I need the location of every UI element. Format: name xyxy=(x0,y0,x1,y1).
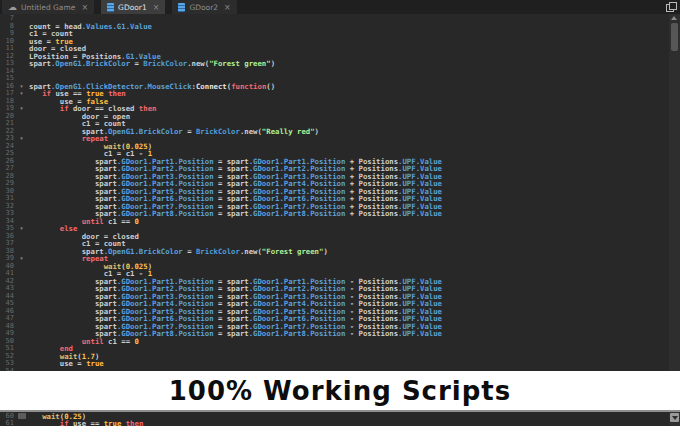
close-icon[interactable]: × xyxy=(153,3,160,12)
code-token: .Values.G1.Value xyxy=(82,22,152,31)
tab-gdoor2[interactable]: GDoor2× xyxy=(172,0,236,14)
code-line[interactable]: 10use = true xyxy=(0,38,669,46)
code-line[interactable]: 9c1 = count xyxy=(0,30,669,38)
code-token: ) xyxy=(271,59,275,68)
gutter-cell xyxy=(14,420,29,426)
tab-gdoor1[interactable]: GDoor1× xyxy=(101,0,165,14)
gutter-cell xyxy=(14,330,29,338)
code-token: .new( xyxy=(240,127,262,136)
code-token: ) xyxy=(315,127,319,136)
fold-chevron-icon[interactable]: ▾ xyxy=(14,255,29,263)
tab-label: GDoor2 xyxy=(189,3,218,12)
code-token: 0 xyxy=(134,337,138,346)
gutter-cell xyxy=(14,45,29,53)
fold-chevron-icon[interactable]: ▾ xyxy=(14,225,29,233)
line-number: 61 xyxy=(0,420,14,426)
gutter-cell xyxy=(14,323,29,331)
gutter-cell xyxy=(14,150,29,158)
gutter-cell xyxy=(14,158,29,166)
code-token: BrickColor xyxy=(143,59,187,68)
gutter-cell xyxy=(14,345,29,353)
gutter-cell xyxy=(14,143,29,151)
code-line[interactable]: 50 until c1 == 0 xyxy=(0,338,669,346)
code-text: if use == true then xyxy=(29,420,143,426)
script-icon xyxy=(178,3,185,12)
code-token: .OpenG1.BrickColor xyxy=(104,247,183,256)
gutter-cell xyxy=(14,15,29,23)
gutter-cell xyxy=(14,413,29,421)
banner-text: 100% Working Scripts xyxy=(169,376,512,406)
code-token: BrickColor xyxy=(196,247,240,256)
tab-overview-icon[interactable] xyxy=(666,4,674,12)
tab-label: Untitled Game xyxy=(21,3,75,12)
code-token: = spart xyxy=(214,209,249,218)
gutter-cell xyxy=(14,195,29,203)
code-token: .new( xyxy=(240,247,262,256)
code-token: () xyxy=(266,82,275,91)
code-token: .UPF.Value xyxy=(398,209,442,218)
code-token: "Really red" xyxy=(262,127,315,136)
tab-untitled-game[interactable]: ☁Untitled Game× xyxy=(2,0,94,14)
code-editor[interactable]: 78count = head.Values.G1.Value9c1 = coun… xyxy=(0,14,669,426)
gutter-cell xyxy=(14,285,29,293)
code-line[interactable]: 34 until c1 == 0 xyxy=(0,218,669,226)
gutter-cell xyxy=(14,278,29,286)
code-token: = xyxy=(183,247,196,256)
code-token: true xyxy=(86,359,104,368)
code-token: use = xyxy=(29,359,86,368)
code-token: = xyxy=(183,127,196,136)
gutter-cell xyxy=(14,75,29,83)
code-token: if xyxy=(60,419,69,426)
gutter-cell xyxy=(14,38,29,46)
gutter-cell xyxy=(14,98,29,106)
code-token: spart xyxy=(29,59,51,68)
banner-overlay: 100% Working Scripts xyxy=(0,371,680,412)
code-token: "Forest green" xyxy=(262,247,324,256)
code-line[interactable]: 51 end xyxy=(0,345,669,353)
gutter-cell xyxy=(14,233,29,241)
gutter-cell xyxy=(14,23,29,31)
code-token: until xyxy=(82,337,104,346)
code-token: = xyxy=(130,59,143,68)
code-line[interactable]: 8count = head.Values.G1.Value xyxy=(0,23,669,31)
code-token: BrickColor xyxy=(196,127,240,136)
code-line[interactable]: 13spart.OpenG1.BrickColor = BrickColor.n… xyxy=(0,60,669,68)
code-token: then xyxy=(126,419,144,426)
scroll-up-icon[interactable] xyxy=(671,16,677,20)
fold-chevron-icon[interactable]: ▾ xyxy=(14,83,29,91)
vertical-scrollbar[interactable] xyxy=(669,14,680,426)
code-token: "Forest green" xyxy=(209,59,271,68)
fold-chevron-icon[interactable]: ▾ xyxy=(14,105,29,113)
gutter-cell xyxy=(14,263,29,271)
code-token: .UPF.Value xyxy=(398,329,442,338)
gutter-cell xyxy=(14,300,29,308)
code-token: - Positions xyxy=(345,329,398,338)
code-line[interactable]: 14 xyxy=(0,68,669,76)
scroll-down-icon[interactable] xyxy=(670,413,679,422)
code-token: = spart xyxy=(214,329,249,338)
code-token: Connect xyxy=(196,82,227,91)
fold-chevron-icon[interactable]: ▾ xyxy=(14,90,29,98)
gutter-cell xyxy=(14,128,29,136)
scrollbar-thumb[interactable] xyxy=(671,23,678,51)
code-token: .GDoor1.Part8.Position xyxy=(249,209,346,218)
script-editor-window: ☁Untitled Game×GDoor1×GDoor2× 78count = … xyxy=(0,0,680,426)
code-line[interactable]: 61 if use == true then xyxy=(0,420,669,426)
gutter-cell xyxy=(14,120,29,128)
fold-chevron-icon[interactable]: ▾ xyxy=(14,135,29,143)
code-token xyxy=(29,419,60,426)
code-token: then xyxy=(139,104,157,113)
code-text: spart.OpenG1.BrickColor = BrickColor.new… xyxy=(29,60,275,68)
tab-bar: ☁Untitled Game×GDoor1×GDoor2× xyxy=(0,0,680,14)
close-icon[interactable]: × xyxy=(81,3,88,12)
code-token: function xyxy=(231,82,266,91)
gutter-cell xyxy=(14,188,29,196)
code-token: .new( xyxy=(187,59,209,68)
code-token: + Positions xyxy=(345,209,398,218)
code-line[interactable]: 53 use = true xyxy=(0,360,669,368)
code-token: .OpenG1.BrickColor xyxy=(51,59,130,68)
gutter-cell xyxy=(14,353,29,361)
close-icon[interactable]: × xyxy=(224,3,231,12)
code-token: use == xyxy=(69,419,104,426)
gutter-cell xyxy=(14,30,29,38)
